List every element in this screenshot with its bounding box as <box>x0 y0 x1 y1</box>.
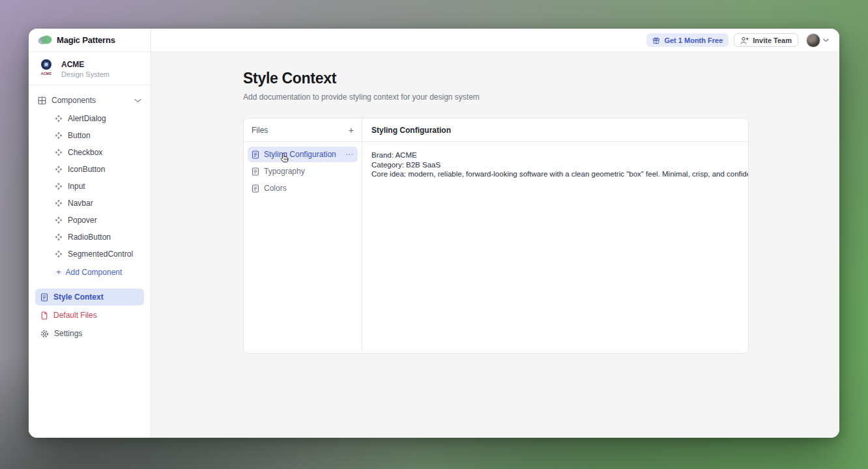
file-text-icon <box>252 150 259 159</box>
style-context-label: Style Context <box>53 292 104 302</box>
file-text-icon <box>252 167 259 176</box>
user-plus-icon <box>740 36 749 44</box>
sidebar-item-component[interactable]: Checkbox <box>35 144 144 161</box>
page-subtitle: Add documentation to provide styling con… <box>243 92 839 102</box>
sidebar-item-component[interactable]: AlertDialog <box>35 110 144 127</box>
gift-icon <box>652 36 660 44</box>
sidebar-item-style-context[interactable]: Style Context <box>35 289 144 306</box>
add-component-button[interactable]: + Add Component <box>35 263 144 282</box>
component-icon <box>55 182 63 190</box>
file-list-item[interactable]: Styling Configuration ⋯ <box>248 147 358 162</box>
workspace-switcher[interactable]: ACME ACME Design System <box>29 52 151 85</box>
page-content: Style Context Add documentation to provi… <box>151 52 839 438</box>
topbar: Get 1 Month Free Invite Team <box>151 29 839 52</box>
gear-icon <box>40 330 49 338</box>
component-label: SegmentedControl <box>68 249 133 259</box>
file-text-icon <box>252 184 259 193</box>
components-label: Components <box>51 96 129 105</box>
magic-patterns-logo-icon <box>38 35 52 45</box>
sidebar-item-component[interactable]: IconButton <box>35 161 144 178</box>
workspace-subtitle: Design System <box>61 70 109 78</box>
grid-icon <box>38 96 46 105</box>
file-text-icon <box>40 293 48 302</box>
sidebar-item-component[interactable]: RadioButton <box>35 229 144 246</box>
file-more-button[interactable]: ⋯ <box>345 150 354 159</box>
invite-team-label: Invite Team <box>753 36 792 44</box>
add-component-label: Add Component <box>66 268 123 277</box>
component-icon <box>55 250 63 258</box>
chevron-down-icon <box>134 98 141 103</box>
file-name: Typography <box>264 167 354 176</box>
file-name: Styling Configuration <box>264 150 341 159</box>
component-label: AlertDialog <box>68 114 106 123</box>
component-label: IconButton <box>68 165 105 174</box>
sidebar-item-component[interactable]: Navbar <box>35 195 144 212</box>
plus-icon: + <box>56 269 61 276</box>
workspace-logo: ACME <box>38 59 55 76</box>
chevron-down-icon <box>823 38 829 42</box>
document-line: Brand: ACME <box>371 150 739 160</box>
file-icon <box>40 311 48 320</box>
sidebar-item-default-files[interactable]: Default Files <box>35 307 144 324</box>
files-panel-header: Files + <box>244 119 362 142</box>
sidebar-item-component[interactable]: Popover <box>35 212 144 229</box>
sidebar-item-component[interactable]: Button <box>35 127 144 144</box>
get-month-free-label: Get 1 Month Free <box>664 36 723 44</box>
component-label: Navbar <box>68 199 93 208</box>
add-file-button[interactable]: + <box>349 126 354 134</box>
document-title: Styling Configuration <box>362 119 748 142</box>
file-list-item[interactable]: Colors <box>248 180 358 196</box>
avatar <box>806 33 820 48</box>
document-body: Brand: ACME Category: B2B SaaS Core idea… <box>362 142 748 353</box>
settings-label: Settings <box>54 329 82 338</box>
workspace-logo-caption: ACME <box>41 72 51 76</box>
component-label: Button <box>68 131 91 140</box>
component-icon <box>55 132 63 139</box>
sidebar-section-components[interactable]: Components <box>35 92 144 109</box>
component-label: Checkbox <box>68 148 102 157</box>
sidebar-item-settings[interactable]: Settings <box>35 325 144 342</box>
component-icon <box>55 165 63 173</box>
account-menu[interactable] <box>806 33 829 48</box>
sidebar: Magic Patterns ACME ACME Design System <box>29 29 151 438</box>
file-list-item[interactable]: Typography <box>248 163 358 179</box>
components-list: AlertDialog Button <box>35 110 144 263</box>
default-files-label: Default Files <box>53 311 97 320</box>
style-context-card: Files + Styling Configuration Styling Co… <box>243 118 749 354</box>
files-list: Styling Configuration ⋯ Typography <box>244 142 362 353</box>
component-icon <box>55 149 63 156</box>
workspace-name: ACME <box>61 60 109 69</box>
invite-team-button[interactable]: Invite Team <box>734 33 798 47</box>
component-icon <box>55 233 63 241</box>
document-line: Category: B2B SaaS <box>371 160 739 170</box>
document-line: Core idea: modern, reliable, forward-loo… <box>371 169 739 179</box>
app-window: Magic Patterns ACME ACME Design System <box>29 29 839 438</box>
file-name: Colors <box>264 184 354 193</box>
app-logo-row: Magic Patterns <box>29 29 151 52</box>
component-icon <box>55 216 63 224</box>
page-title: Style Context <box>243 70 839 87</box>
component-icon <box>55 199 63 207</box>
main-area: Get 1 Month Free Invite Team Style Conte… <box>151 29 839 438</box>
component-label: Popover <box>68 216 97 225</box>
component-label: Input <box>68 182 85 191</box>
get-month-free-button[interactable]: Get 1 Month Free <box>646 33 729 47</box>
component-label: RadioButton <box>68 233 111 242</box>
app-name: Magic Patterns <box>57 35 115 45</box>
sidebar-item-component[interactable]: SegmentedControl <box>35 246 144 263</box>
component-icon <box>55 115 63 122</box>
files-header-label: Files <box>252 126 349 135</box>
sidebar-item-component[interactable]: Input <box>35 178 144 195</box>
